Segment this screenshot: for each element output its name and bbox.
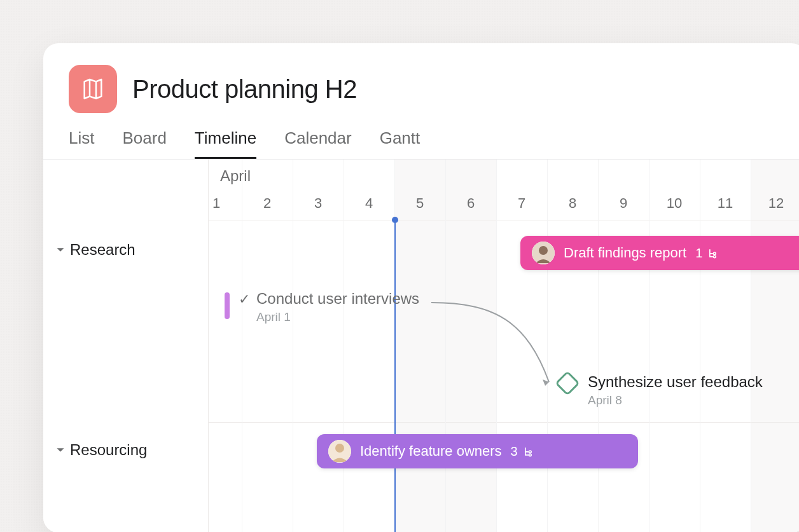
task-bar-draft-findings[interactable]: Draft findings report 1 — [520, 236, 799, 270]
subtask-count: 3 — [511, 444, 534, 459]
project-title: Product planning H2 — [132, 75, 357, 104]
subtask-icon — [706, 247, 719, 259]
check-icon: ✓ — [239, 291, 250, 308]
task-date: April 8 — [588, 393, 763, 407]
timeline-day: 11 — [718, 195, 733, 212]
timeline-month-label: April — [220, 167, 251, 185]
timeline-day: 10 — [667, 195, 682, 212]
assignee-avatar — [328, 440, 351, 463]
milestone-diamond-icon — [555, 371, 580, 396]
timeline-day: 2 — [263, 195, 271, 212]
subtask-icon — [522, 445, 534, 458]
timeline-day: 6 — [467, 195, 475, 212]
view-tabs: List Board Timeline Calendar Gantt — [43, 117, 799, 159]
task-bar-identify-owners[interactable]: Identify feature owners 3 — [317, 434, 638, 468]
timeline-day: 3 — [314, 195, 322, 212]
svg-point-1 — [539, 246, 548, 255]
svg-point-2 — [714, 252, 716, 255]
project-header: Product planning H2 — [43, 43, 799, 117]
section-label: Resourcing — [70, 441, 147, 459]
timeline-day: 9 — [620, 195, 627, 212]
task-title: Synthesize user feedback — [588, 373, 763, 391]
tab-gantt[interactable]: Gantt — [380, 128, 420, 159]
svg-point-3 — [714, 256, 716, 258]
task-milestone-conduct-interviews[interactable]: ✓ Conduct user interviews April 1 — [225, 290, 419, 324]
section-column: Research Resourcing — [43, 160, 209, 532]
timeline-day: 1 — [212, 195, 220, 212]
task-title: Draft findings report — [564, 245, 686, 261]
subtask-count: 1 — [695, 246, 719, 261]
timeline-day: 12 — [768, 195, 784, 212]
task-title: Identify feature owners — [360, 443, 502, 460]
task-title: Conduct user interviews — [256, 290, 419, 308]
chevron-down-icon — [56, 245, 65, 254]
section-header-resourcing[interactable]: Resourcing — [56, 441, 147, 459]
timeline-day-header: 123456789101112 — [209, 195, 799, 221]
map-icon — [80, 76, 106, 102]
svg-point-6 — [529, 451, 531, 453]
section-header-research[interactable]: Research — [56, 241, 135, 259]
timeline-area[interactable]: April 123456789101112 Research Resourcin… — [43, 159, 799, 532]
today-indicator — [394, 219, 396, 532]
task-milestone-synthesize-feedback[interactable]: Synthesize user feedback April 8 — [559, 373, 763, 407]
tab-timeline[interactable]: Timeline — [195, 128, 256, 159]
timeline-day: 4 — [365, 195, 373, 212]
task-date: April 1 — [256, 310, 419, 324]
section-label: Research — [70, 241, 135, 259]
tab-calendar[interactable]: Calendar — [284, 128, 352, 159]
timeline-day: 7 — [518, 195, 525, 212]
tab-board[interactable]: Board — [122, 128, 166, 159]
svg-point-5 — [335, 444, 344, 453]
milestone-bar-icon — [225, 292, 230, 319]
project-icon — [69, 65, 117, 113]
chevron-down-icon — [56, 446, 65, 454]
project-window: Product planning H2 List Board Timeline … — [43, 43, 799, 532]
assignee-avatar — [532, 242, 555, 264]
svg-point-7 — [529, 454, 531, 456]
timeline-day: 8 — [569, 195, 576, 212]
tab-list[interactable]: List — [69, 128, 94, 159]
timeline-day: 5 — [416, 195, 424, 212]
